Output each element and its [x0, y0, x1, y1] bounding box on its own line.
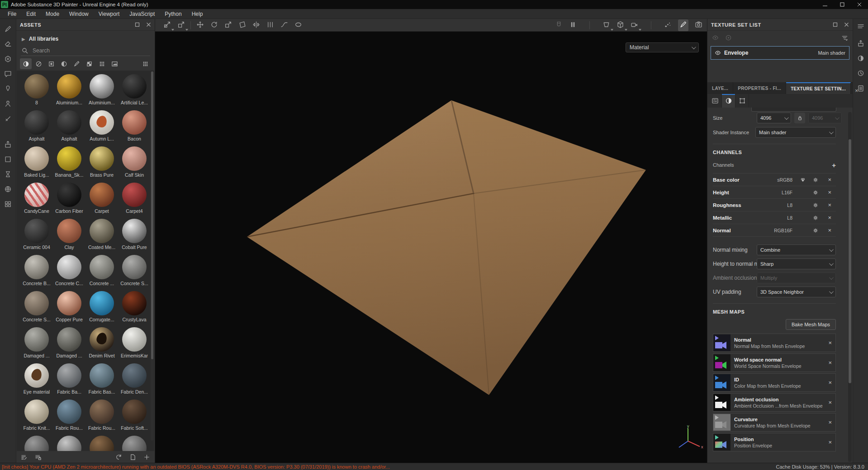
symmetry-button[interactable]	[252, 21, 260, 30]
material-item[interactable]: Banana_Sk...	[54, 146, 85, 183]
remove-mesh-map-icon[interactable]: ×	[825, 439, 832, 446]
material-item[interactable]	[54, 436, 85, 451]
material-thumbnail[interactable]	[24, 110, 49, 135]
material-thumbnail[interactable]	[122, 255, 147, 279]
snap-button[interactable]	[555, 21, 563, 30]
uv-transform-tool-button[interactable]	[163, 21, 171, 30]
align-button[interactable]	[266, 21, 274, 30]
material-thumbnail[interactable]	[122, 74, 147, 99]
material-item[interactable]: Concrete S...	[119, 255, 150, 291]
tab-texture-set-settin-[interactable]: TEXTURE SET SETTIN...	[786, 82, 851, 94]
material-thumbnail[interactable]	[122, 146, 147, 171]
mesh-map-card-world-space-normal[interactable]: World space normalWorld Space Normals En…	[713, 353, 836, 372]
material-item[interactable]: Eye material	[21, 363, 52, 400]
uv-manipulate-tool-button[interactable]	[177, 21, 185, 30]
smart-masks-filter[interactable]	[45, 58, 57, 69]
material-thumbnail[interactable]	[24, 146, 49, 171]
visibility-eye-icon[interactable]	[715, 50, 721, 56]
material-item[interactable]: Baked Lig...	[21, 146, 52, 183]
lazy-mouse-button[interactable]	[280, 21, 288, 30]
channel-settings-gear-icon[interactable]	[812, 202, 819, 208]
material-thumbnail[interactable]	[90, 255, 114, 279]
texture-set-row-envelope[interactable]: Envelope Main shader	[711, 46, 849, 60]
close-panel-icon[interactable]	[844, 22, 849, 27]
materials-filter[interactable]	[20, 58, 32, 69]
material-item[interactable]: Aluminium...	[86, 74, 117, 110]
material-item[interactable]: Carpet4	[119, 183, 150, 219]
envelope-mesh[interactable]	[155, 32, 707, 463]
material-thumbnail[interactable]	[57, 255, 81, 279]
material-thumbnail[interactable]	[24, 291, 49, 315]
remove-channel-icon[interactable]: ×	[828, 202, 831, 208]
material-item[interactable]: Fabric Den...	[119, 363, 150, 400]
material-item[interactable]: Fabric Rou...	[86, 400, 117, 436]
scale-gizmo-button[interactable]	[224, 21, 232, 30]
paint-mode-button[interactable]	[678, 19, 688, 31]
channel-settings-gear-icon[interactable]	[812, 215, 819, 221]
export-textures-icon[interactable]	[4, 141, 12, 148]
grid-view-icon[interactable]	[139, 58, 151, 69]
menu-window[interactable]: Window	[64, 9, 94, 19]
mesh-map-card-ambient-occlusion[interactable]: Ambient occlusionAmbient Occlusion ...fr…	[713, 393, 836, 412]
material-thumbnail[interactable]	[122, 183, 147, 207]
material-thumbnail[interactable]	[24, 363, 49, 388]
material-thumbnail[interactable]	[90, 146, 114, 171]
material-item[interactable]: Fabric Knit...	[21, 400, 52, 436]
mesh-map-card-curvature[interactable]: CurvatureCurvature Map from Mesh Envelop…	[713, 413, 836, 432]
material-item[interactable]: Asphalt	[21, 110, 52, 146]
material-thumbnail[interactable]	[90, 183, 114, 207]
material-item[interactable]: Carpet	[86, 183, 117, 219]
material-item[interactable]	[21, 436, 52, 451]
expand-arrow-icon[interactable]: ▶	[22, 37, 25, 42]
tab-properties-fi-[interactable]: PROPERTIES - FI...	[733, 82, 786, 94]
filter-list-icon[interactable]	[841, 34, 848, 41]
material-thumbnail[interactable]	[57, 183, 81, 207]
quad-transform-button[interactable]	[238, 21, 246, 30]
axis-gizmo[interactable]: y x	[674, 424, 705, 456]
tab-laye-[interactable]: LAYE...	[707, 82, 733, 94]
material-thumbnail[interactable]	[57, 74, 81, 99]
history-panel-icon[interactable]	[857, 70, 864, 77]
polygon-fill-tool-icon[interactable]	[4, 70, 12, 78]
shader-instance-dropdown[interactable]: Main shader	[755, 127, 836, 138]
material-thumbnail[interactable]	[90, 436, 114, 451]
panel-menu-icon[interactable]	[857, 23, 864, 30]
remove-mesh-map-icon[interactable]: ×	[825, 419, 832, 426]
close-button[interactable]	[851, 0, 868, 9]
mesh-map-card-normal[interactable]: NormalNormal Map from Mesh Envelope×	[713, 334, 836, 352]
material-item[interactable]: Fabric Soft...	[119, 400, 150, 436]
material-thumbnail[interactable]	[122, 110, 147, 135]
material-item[interactable]: Autumn L...	[86, 110, 117, 146]
paint-tool-icon[interactable]	[4, 25, 12, 33]
material-thumbnail[interactable]	[90, 400, 114, 424]
material-thumbnail[interactable]	[122, 400, 147, 424]
material-item[interactable]: CrustyLava	[119, 291, 150, 327]
material-thumbnail[interactable]	[90, 110, 114, 135]
material-thumbnail[interactable]	[57, 327, 81, 352]
filters-filter[interactable]	[58, 58, 70, 69]
material-thumbnail[interactable]	[57, 400, 81, 424]
move-gizmo-button[interactable]	[196, 21, 204, 30]
projection-tool-icon[interactable]	[4, 55, 12, 63]
material-thumbnail[interactable]	[24, 400, 49, 424]
material-item[interactable]: Concrete C...	[54, 255, 85, 291]
viewport-layout-button[interactable]	[602, 21, 610, 30]
bake-mesh-maps-button[interactable]: Bake Mesh Maps	[786, 319, 836, 330]
display-settings-toggle-icon[interactable]	[857, 55, 864, 62]
material-thumbnail[interactable]	[90, 74, 114, 99]
uv-subtab[interactable]	[735, 94, 749, 108]
material-thumbnail[interactable]	[24, 183, 49, 207]
menu-help[interactable]: Help	[187, 9, 208, 19]
undock-panel-icon[interactable]	[833, 22, 838, 27]
material-item[interactable]: Cobalt Pure	[119, 219, 150, 255]
add-resource-icon[interactable]	[143, 454, 150, 461]
material-thumbnail[interactable]	[122, 436, 147, 451]
channel-settings-gear-icon[interactable]	[812, 177, 819, 183]
shelf-box-icon[interactable]	[4, 155, 12, 163]
color-palette-icon[interactable]	[800, 177, 806, 183]
log-panel-icon[interactable]	[857, 85, 864, 92]
material-item[interactable]: ErimemisKar	[119, 327, 150, 363]
textures-filter[interactable]	[96, 58, 108, 69]
remove-mesh-map-icon[interactable]: ×	[825, 359, 832, 366]
material-item[interactable]: Copper Pure	[54, 291, 85, 327]
